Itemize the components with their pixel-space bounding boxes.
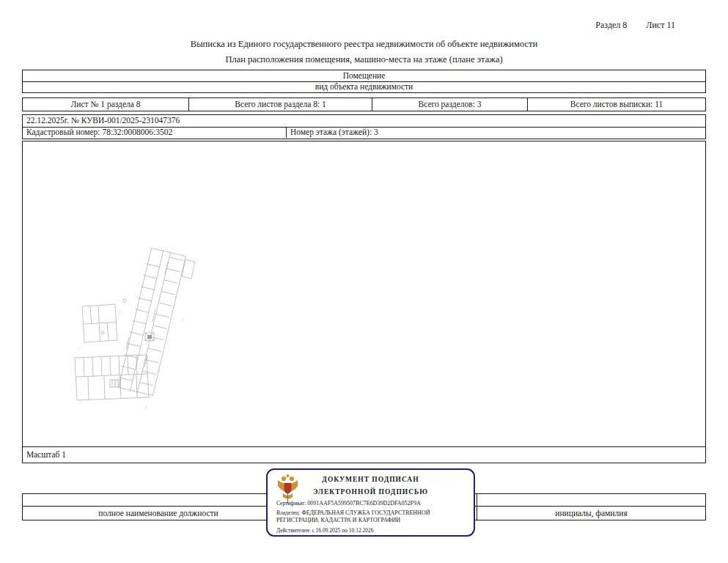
sheet-info-cell: Всего листов раздела 8: 1 — [188, 98, 372, 111]
stamp-title-line1: ДОКУМЕНТ ПОДПИСАН — [268, 476, 474, 483]
object-type-caption: вид объекта недвижимости — [315, 83, 413, 92]
sheet-info-cell: Лист № 1 раздела 8 — [23, 98, 188, 111]
page-corner-labels: Раздел 8 Лист 11 — [595, 20, 675, 31]
signature-stamp: ДОКУМЕНТ ПОДПИСАН ЭЛЕКТРОННОЙ ПОДПИСЬЮ С… — [266, 468, 475, 537]
position-label-cell: полное наименование должности — [23, 507, 294, 520]
sheet-info-cell-text: Всего листов выписки: 11 — [570, 100, 663, 109]
name-label: инициалы, фамилия — [555, 509, 627, 518]
extract-date-row: 22.12.2025г. № КУВИ-001/2025-231047376 — [23, 115, 705, 127]
sheet-info-table: Лист № 1 раздела 8 Всего листов раздела … — [22, 97, 706, 111]
sheet-info-cell: Всего листов выписки: 11 — [527, 98, 705, 111]
document-title: Выписка из Единого государственного реес… — [0, 39, 728, 50]
object-type-caption-row: вид объекта недвижимости — [23, 81, 705, 92]
object-type-table: Помещение вид объекта недвижимости — [22, 70, 706, 93]
owner-label: Владелец: — [276, 509, 300, 516]
stamp-title-line2: ЭЛЕКТРОННОЙ ПОДПИСЬЮ — [268, 488, 474, 496]
owner-row: Владелец: ФЕДЕРАЛЬНАЯ СЛУЖБА ГОСУДАРСТВЕ… — [276, 509, 468, 524]
document-page: Раздел 8 Лист 11 Выписка из Единого госу… — [0, 0, 728, 563]
extract-date-number: 22.12.2025г. № КУВИ-001/2025-231047376 — [26, 117, 180, 125]
sheet-info-cell: Всего разделов: 3 — [372, 98, 527, 111]
sheet-info-cell-text: Всего разделов: 3 — [419, 100, 482, 109]
object-type-value: Помещение — [343, 72, 386, 81]
cadastral-number-cell: Кадастровый номер: 78:32:0008006:3502 — [23, 128, 286, 138]
scale-label: Масштаб 1 — [26, 451, 66, 460]
validity-label: Действителен: — [276, 527, 311, 534]
name-signature-cell — [477, 494, 705, 506]
sheet-info-cell-text: Лист № 1 раздела 8 — [70, 100, 140, 109]
floor-plan-box: Масштаб 1 — [22, 141, 706, 463]
floor-number-cell: Номер этажа (этажей): 3 — [286, 128, 705, 138]
section-label: Раздел 8 — [595, 20, 627, 31]
document-subtitle: План расположения помещения, машино-мест… — [0, 54, 728, 65]
floor-number: Номер этажа (этажей): 3 — [290, 128, 378, 137]
details-table: 22.12.2025г. № КУВИ-001/2025-231047376 К… — [22, 114, 706, 139]
scale-row: Масштаб 1 — [23, 446, 705, 463]
certificate-row: Сертификат: 0091AAF5A599507BC7E6D39D2DFA… — [276, 500, 468, 507]
floor-plan-drawing — [73, 230, 202, 417]
certificate-label: Сертификат: — [276, 500, 306, 507]
cadastral-row: Кадастровый номер: 78:32:0008006:3502 Но… — [23, 127, 705, 138]
cadastral-number: Кадастровый номер: 78:32:0008006:3502 — [26, 128, 172, 137]
object-type-row: Помещение — [23, 70, 705, 81]
validity-value: с 16.09.2025 по 10.12.2026 — [312, 527, 373, 534]
certificate-value: 0091AAF5A599507BC7E6D39D2DFA052F9A — [307, 500, 421, 507]
validity-row: Действителен: с 16.09.2025 по 10.12.2026 — [276, 527, 468, 534]
position-label: полное наименование должности — [98, 509, 218, 518]
sheet-info-row: Лист № 1 раздела 8 Всего листов раздела … — [23, 98, 705, 111]
sheet-info-cell-text: Всего листов раздела 8: 1 — [235, 100, 326, 109]
sheet-label: Лист 11 — [646, 20, 675, 31]
owner-value: ФЕДЕРАЛЬНАЯ СЛУЖБА ГОСУДАРСТВЕННОЙ РЕГИС… — [276, 509, 430, 523]
name-label-cell: инициалы, фамилия — [477, 507, 705, 520]
position-signature-cell — [23, 494, 294, 506]
